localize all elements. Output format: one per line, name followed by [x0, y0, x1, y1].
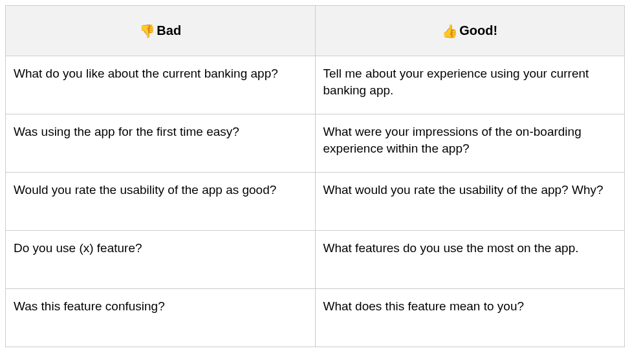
cell-bad: Would you rate the usability of the app …	[6, 173, 316, 231]
table-row: Was using the app for the first time eas…	[6, 114, 625, 173]
cell-good: What were your impressions of the on-boa…	[315, 114, 625, 173]
cell-good: What features do you use the most on the…	[315, 231, 625, 289]
cell-good: What does this feature mean to you?	[315, 289, 625, 347]
cell-bad: What do you like about the current banki…	[6, 56, 316, 114]
comparison-table: 👎Bad 👍Good! What do you like about the c…	[5, 5, 625, 347]
header-bad-label: Bad	[157, 23, 181, 38]
table-row: Was this feature confusing? What does th…	[6, 289, 625, 347]
cell-good: What would you rate the usability of the…	[315, 173, 625, 231]
column-header-good: 👍Good!	[315, 6, 625, 56]
cell-bad: Was this feature confusing?	[6, 289, 316, 347]
column-header-bad: 👎Bad	[6, 6, 316, 56]
table-header-row: 👎Bad 👍Good!	[6, 6, 625, 56]
thumbs-down-icon: 👎	[139, 23, 155, 39]
thumbs-up-icon: 👍	[442, 23, 458, 39]
header-good-label: Good!	[459, 23, 497, 38]
cell-good: Tell me about your experience using your…	[315, 56, 625, 114]
cell-bad: Was using the app for the first time eas…	[6, 114, 316, 173]
table-body: What do you like about the current banki…	[6, 56, 625, 347]
table-row: What do you like about the current banki…	[6, 56, 625, 114]
cell-bad: Do you use (x) feature?	[6, 231, 316, 289]
table-row: Would you rate the usability of the app …	[6, 173, 625, 231]
table-row: Do you use (x) feature? What features do…	[6, 231, 625, 289]
